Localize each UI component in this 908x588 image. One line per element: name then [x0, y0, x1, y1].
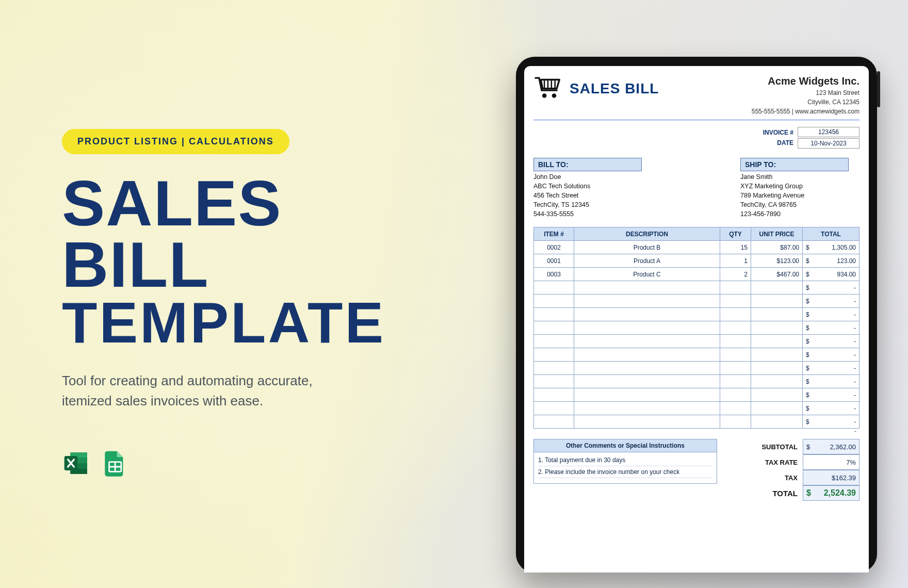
table-cell	[534, 402, 574, 415]
table-cell	[534, 335, 574, 348]
col-qty: QTY	[720, 227, 751, 241]
promo-title: SALES BILL TEMPLATE	[62, 173, 392, 350]
table-cell: $-	[803, 281, 860, 295]
tax-label: TAX	[725, 474, 803, 482]
table-row: $-	[534, 348, 860, 362]
table-cell: $123.00	[751, 254, 803, 268]
table-cell: $87.00	[751, 241, 803, 254]
company-citystate: Cityville, CA 12345	[752, 99, 860, 106]
table-row: $-	[534, 375, 860, 388]
table-row: $-	[534, 295, 860, 308]
table-cell	[751, 415, 803, 429]
table-cell: $-	[803, 415, 860, 429]
taxrate-label: TAX RATE	[725, 459, 803, 466]
table-cell	[534, 321, 574, 335]
table-cell	[720, 348, 751, 362]
ship-to-street: 789 Marketing Avenue	[740, 192, 860, 199]
table-row: $-	[534, 281, 860, 295]
table-cell	[534, 295, 574, 308]
table-cell: $-	[803, 321, 860, 335]
invoice-document: SALES BILL Acme Widgets Inc. 123 Main St…	[524, 66, 869, 573]
table-row: $-	[534, 362, 860, 375]
table-cell	[534, 415, 574, 429]
table-cell	[720, 308, 751, 321]
comment-line-1: 1. Total payment due in 30 days	[538, 454, 712, 466]
table-cell: $-	[803, 375, 860, 388]
table-cell	[720, 281, 751, 295]
table-cell	[574, 402, 720, 415]
total-value: 2,524.39	[824, 488, 856, 498]
table-cell	[534, 362, 574, 375]
table-cell	[574, 308, 720, 321]
promo-title-line2: TEMPLATE	[62, 296, 392, 350]
tablet-frame: SALES BILL Acme Widgets Inc. 123 Main St…	[516, 57, 877, 573]
invoice-number-value: 123456	[798, 127, 860, 137]
table-row: $-	[534, 388, 860, 402]
header-rule	[533, 119, 860, 121]
ship-to-block: SHIP TO: Jane Smith XYZ Marketing Group …	[740, 158, 860, 218]
table-cell: Product B	[574, 241, 720, 254]
table-cell	[574, 295, 720, 308]
ship-to-citystate: TechCity, CA 98765	[740, 201, 860, 208]
bill-to-citystate: TechCity, TS 12345	[533, 201, 653, 208]
table-cell: $123.00	[803, 254, 860, 268]
items-table: ITEM # DESCRIPTION QTY UNIT PRICE TOTAL …	[533, 227, 860, 429]
company-block: Acme Widgets Inc. 123 Main Street Cityvi…	[752, 75, 860, 115]
table-cell	[751, 362, 803, 375]
table-cell: 1	[720, 254, 751, 268]
table-row: $-	[534, 415, 860, 429]
ship-to-name: Jane Smith	[740, 173, 860, 181]
invoice-date-label: DATE	[763, 138, 793, 148]
table-cell	[751, 348, 803, 362]
bill-to-phone: 544-335-5555	[533, 210, 653, 218]
summary-block: SUBTOTAL $2,362.00 TAX RATE 7% TAX $162.…	[725, 439, 860, 501]
col-total: TOTAL	[803, 227, 860, 241]
total-label: TOTAL	[725, 489, 803, 498]
invoice-number-label: INVOICE #	[763, 127, 793, 138]
company-name: Acme Widgets Inc.	[752, 75, 860, 87]
table-cell: $-	[803, 295, 860, 308]
table-cell	[751, 375, 803, 388]
table-cell	[534, 308, 574, 321]
table-row: $-	[534, 308, 860, 321]
table-cell	[534, 281, 574, 295]
table-cell: $467.00	[751, 268, 803, 281]
table-cell	[574, 415, 720, 429]
table-cell: 2	[720, 268, 751, 281]
table-cell	[574, 348, 720, 362]
ship-to-org: XYZ Marketing Group	[740, 183, 860, 190]
bill-to-head: BILL TO:	[533, 158, 642, 171]
company-contact: 555-555-5555 | www.acmewidgets.com	[752, 108, 860, 115]
table-cell: $-	[803, 335, 860, 348]
promo-title-line1: SALES BILL	[62, 173, 392, 296]
promo-panel: PRODUCT LISTING | CALCULATIONS SALES BIL…	[62, 129, 392, 411]
sheets-icon	[100, 449, 129, 480]
svg-point-7	[542, 93, 547, 98]
table-cell	[751, 388, 803, 402]
bill-to-block: BILL TO: John Doe ABC Tech Solutions 456…	[533, 158, 653, 218]
invoice-date-value: 10-Nov-2023	[798, 138, 860, 149]
comments-head: Other Comments or Special Instructions	[534, 439, 717, 452]
svg-point-8	[552, 93, 557, 98]
table-cell: $1,305.00	[803, 241, 860, 254]
table-cell: $-	[803, 362, 860, 375]
table-row: 0001Product A1$123.00$123.00	[534, 254, 860, 268]
bill-to-name: John Doe	[533, 173, 653, 181]
table-row: $-	[534, 402, 860, 415]
table-cell	[751, 335, 803, 348]
cart-icon	[533, 75, 562, 102]
table-cell: $-	[803, 388, 860, 402]
subtotal-value: 2,362.00	[830, 443, 856, 451]
table-row: 0003Product C2$467.00$934.00	[534, 268, 860, 281]
table-cell: 15	[720, 241, 751, 254]
bill-to-street: 456 Tech Street	[533, 192, 653, 199]
promo-subtitle: Tool for creating and automating accurat…	[62, 371, 351, 411]
ship-to-head: SHIP TO:	[740, 158, 849, 171]
table-cell	[720, 388, 751, 402]
tablet-mockup: SALES BILL Acme Widgets Inc. 123 Main St…	[516, 57, 877, 573]
table-cell	[751, 308, 803, 321]
table-cell: $-	[803, 402, 860, 415]
table-cell	[534, 388, 574, 402]
table-cell	[751, 402, 803, 415]
promo-pill: PRODUCT LISTING | CALCULATIONS	[62, 129, 289, 154]
